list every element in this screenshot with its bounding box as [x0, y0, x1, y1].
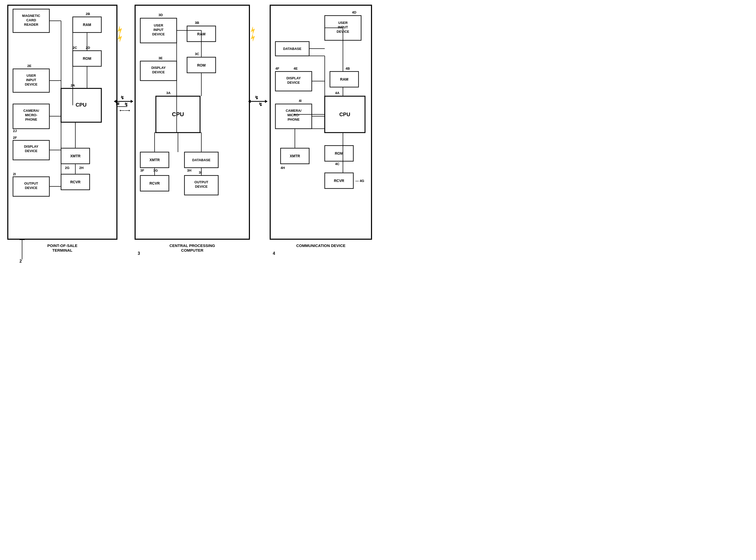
svg-text:DEVICE: DEVICE	[195, 185, 208, 188]
svg-text:2F: 2F	[13, 136, 17, 140]
svg-text:CPU: CPU	[172, 111, 184, 118]
svg-text:READER: READER	[24, 23, 39, 26]
svg-text:XMTR: XMTR	[149, 158, 160, 162]
svg-text:CPU: CPU	[76, 102, 86, 108]
svg-text:3E: 3E	[159, 56, 163, 60]
svg-marker-64	[131, 100, 133, 103]
svg-text:4E: 4E	[294, 66, 298, 71]
svg-text:↯: ↯	[255, 95, 258, 100]
svg-text:DEVICE: DEVICE	[25, 186, 38, 190]
svg-text:DEVICE: DEVICE	[152, 32, 165, 36]
svg-text:CENTRAL PROCESSING: CENTRAL PROCESSING	[169, 243, 215, 248]
svg-text:3: 3	[138, 251, 140, 256]
svg-text:3C: 3C	[195, 52, 199, 56]
svg-text:ROM: ROM	[197, 63, 206, 67]
svg-text:ROM: ROM	[83, 56, 91, 61]
svg-text:RAM: RAM	[83, 23, 91, 27]
svg-text:DISPLAY: DISPLAY	[151, 66, 166, 70]
svg-text:INPUT: INPUT	[153, 28, 164, 32]
svg-text:COMMUNICATION DEVICE: COMMUNICATION DEVICE	[296, 243, 345, 248]
svg-text:RAM: RAM	[340, 77, 349, 81]
svg-text:4A: 4A	[335, 91, 339, 95]
svg-text:USER: USER	[338, 21, 348, 25]
svg-marker-120	[265, 100, 268, 103]
svg-text:↯: ↯	[120, 95, 124, 100]
svg-text:CAMERA/: CAMERA/	[23, 109, 39, 113]
svg-text:4C: 4C	[335, 162, 339, 166]
svg-text:2E: 2E	[27, 64, 31, 68]
svg-text:4I: 4I	[299, 99, 301, 103]
svg-text:↯: ↯	[258, 102, 262, 107]
svg-text:2H: 2H	[79, 166, 84, 170]
svg-text:OUTPUT: OUTPUT	[24, 181, 38, 185]
svg-text:DISPLAY: DISPLAY	[286, 76, 300, 80]
diagram-container: MAGNETIC CARD READER RAM 2B ROM 2C 2D US…	[0, 0, 378, 280]
svg-text:2C: 2C	[73, 46, 77, 49]
svg-text:2I: 2I	[13, 172, 16, 176]
svg-text:CARD: CARD	[26, 18, 36, 22]
svg-text:RCVR: RCVR	[149, 181, 160, 185]
svg-text:DEVICE: DEVICE	[152, 70, 165, 74]
svg-text:DEVICE: DEVICE	[25, 149, 38, 153]
svg-text:DATABASE: DATABASE	[192, 158, 211, 162]
svg-text:MICRO-: MICRO-	[25, 113, 37, 117]
svg-text:XMTR: XMTR	[70, 154, 81, 158]
svg-text:USER: USER	[154, 23, 163, 27]
svg-text:2D: 2D	[86, 46, 90, 49]
svg-text:CPU: CPU	[339, 112, 350, 117]
svg-text:ROM: ROM	[335, 151, 343, 156]
svg-text:POINT-OF-SALE: POINT-OF-SALE	[47, 243, 78, 248]
svg-text:4: 4	[273, 251, 275, 256]
svg-text:INPUT: INPUT	[26, 78, 36, 82]
svg-text:3B: 3B	[195, 21, 199, 25]
svg-text:3F: 3F	[140, 168, 144, 172]
svg-text:3H: 3H	[187, 168, 191, 172]
svg-text:XMTR: XMTR	[290, 154, 300, 158]
svg-text:3A: 3A	[166, 91, 171, 95]
svg-text:2B: 2B	[86, 12, 90, 16]
svg-text:PHONE: PHONE	[25, 118, 37, 121]
svg-text:2: 2	[20, 259, 22, 263]
svg-text:3G: 3G	[153, 168, 158, 172]
svg-text:2G: 2G	[65, 166, 69, 170]
svg-text:TERMINAL: TERMINAL	[52, 248, 72, 253]
svg-text:↯: ↯	[124, 102, 128, 107]
svg-text:DISPLAY: DISPLAY	[24, 144, 38, 148]
svg-text:MICRO-: MICRO-	[287, 113, 300, 117]
svg-text:3D: 3D	[159, 13, 163, 17]
svg-text:RCVR: RCVR	[334, 179, 344, 183]
svg-text:COMPUTER: COMPUTER	[181, 248, 204, 253]
svg-text:USER: USER	[26, 74, 36, 78]
svg-text:CAMERA/: CAMERA/	[286, 109, 301, 113]
svg-text:4H: 4H	[280, 166, 285, 170]
svg-text:⟵⟶: ⟵⟶	[120, 108, 130, 113]
svg-text:RCVR: RCVR	[70, 180, 81, 184]
svg-text:MAGNETIC: MAGNETIC	[22, 14, 40, 18]
svg-text:DEVICE: DEVICE	[287, 81, 300, 84]
svg-text:PHONE: PHONE	[288, 118, 300, 121]
svg-text:— 4G: — 4G	[355, 179, 364, 183]
svg-text:DEVICE: DEVICE	[25, 82, 38, 86]
svg-text:2J: 2J	[13, 129, 17, 133]
svg-text:DATABASE: DATABASE	[283, 47, 301, 51]
svg-text:4D: 4D	[352, 11, 356, 14]
svg-text:4B: 4B	[345, 66, 350, 71]
svg-text:4F: 4F	[275, 66, 279, 71]
svg-text:OUTPUT: OUTPUT	[194, 180, 208, 184]
